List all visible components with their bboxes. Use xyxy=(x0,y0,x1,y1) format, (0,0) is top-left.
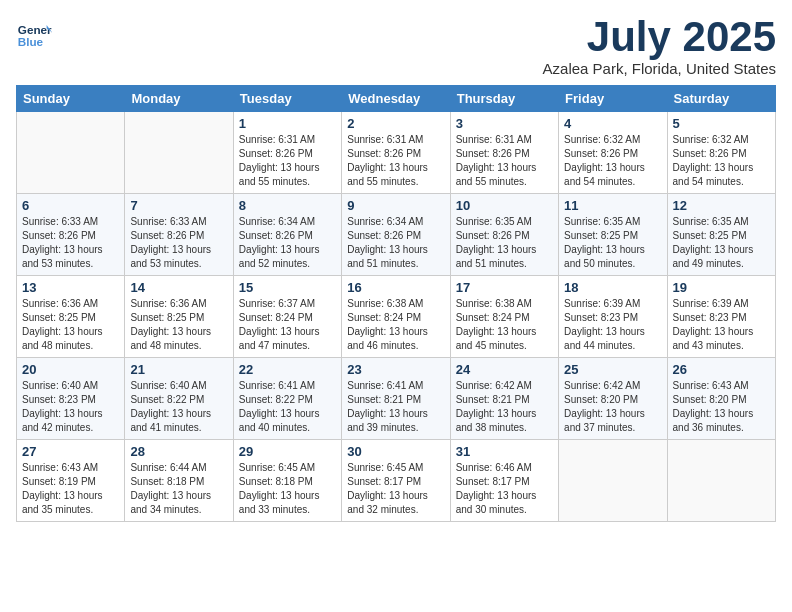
day-number: 29 xyxy=(239,444,336,459)
calendar-day-cell: 2Sunrise: 6:31 AMSunset: 8:26 PMDaylight… xyxy=(342,112,450,194)
calendar-day-cell: 1Sunrise: 6:31 AMSunset: 8:26 PMDaylight… xyxy=(233,112,341,194)
calendar-day-cell: 10Sunrise: 6:35 AMSunset: 8:26 PMDayligh… xyxy=(450,194,558,276)
day-number: 4 xyxy=(564,116,661,131)
day-number: 15 xyxy=(239,280,336,295)
weekday-header-cell: Saturday xyxy=(667,86,775,112)
calendar-day-cell: 14Sunrise: 6:36 AMSunset: 8:25 PMDayligh… xyxy=(125,276,233,358)
calendar-week-row: 6Sunrise: 6:33 AMSunset: 8:26 PMDaylight… xyxy=(17,194,776,276)
day-info: Sunrise: 6:32 AMSunset: 8:26 PMDaylight:… xyxy=(564,133,661,189)
day-number: 25 xyxy=(564,362,661,377)
calendar-day-cell xyxy=(125,112,233,194)
calendar-day-cell: 19Sunrise: 6:39 AMSunset: 8:23 PMDayligh… xyxy=(667,276,775,358)
day-number: 9 xyxy=(347,198,444,213)
day-info: Sunrise: 6:31 AMSunset: 8:26 PMDaylight:… xyxy=(347,133,444,189)
calendar-week-row: 20Sunrise: 6:40 AMSunset: 8:23 PMDayligh… xyxy=(17,358,776,440)
day-info: Sunrise: 6:43 AMSunset: 8:19 PMDaylight:… xyxy=(22,461,119,517)
calendar-week-row: 1Sunrise: 6:31 AMSunset: 8:26 PMDaylight… xyxy=(17,112,776,194)
calendar-day-cell: 15Sunrise: 6:37 AMSunset: 8:24 PMDayligh… xyxy=(233,276,341,358)
day-info: Sunrise: 6:42 AMSunset: 8:21 PMDaylight:… xyxy=(456,379,553,435)
weekday-header-cell: Friday xyxy=(559,86,667,112)
weekday-header-row: SundayMondayTuesdayWednesdayThursdayFrid… xyxy=(17,86,776,112)
calendar-day-cell: 17Sunrise: 6:38 AMSunset: 8:24 PMDayligh… xyxy=(450,276,558,358)
calendar-day-cell: 23Sunrise: 6:41 AMSunset: 8:21 PMDayligh… xyxy=(342,358,450,440)
calendar-day-cell: 12Sunrise: 6:35 AMSunset: 8:25 PMDayligh… xyxy=(667,194,775,276)
month-title: July 2025 xyxy=(543,16,776,58)
day-number: 10 xyxy=(456,198,553,213)
day-info: Sunrise: 6:38 AMSunset: 8:24 PMDaylight:… xyxy=(347,297,444,353)
logo-icon: General Blue xyxy=(16,16,52,52)
header: General Blue July 2025 Azalea Park, Flor… xyxy=(16,16,776,77)
day-number: 27 xyxy=(22,444,119,459)
day-info: Sunrise: 6:39 AMSunset: 8:23 PMDaylight:… xyxy=(673,297,770,353)
day-number: 26 xyxy=(673,362,770,377)
logo: General Blue xyxy=(16,16,52,52)
day-number: 14 xyxy=(130,280,227,295)
day-number: 13 xyxy=(22,280,119,295)
svg-text:Blue: Blue xyxy=(18,35,44,48)
day-info: Sunrise: 6:32 AMSunset: 8:26 PMDaylight:… xyxy=(673,133,770,189)
calendar-day-cell: 31Sunrise: 6:46 AMSunset: 8:17 PMDayligh… xyxy=(450,440,558,522)
calendar-day-cell: 16Sunrise: 6:38 AMSunset: 8:24 PMDayligh… xyxy=(342,276,450,358)
day-number: 22 xyxy=(239,362,336,377)
day-number: 7 xyxy=(130,198,227,213)
day-info: Sunrise: 6:35 AMSunset: 8:25 PMDaylight:… xyxy=(564,215,661,271)
calendar-day-cell: 25Sunrise: 6:42 AMSunset: 8:20 PMDayligh… xyxy=(559,358,667,440)
day-info: Sunrise: 6:36 AMSunset: 8:25 PMDaylight:… xyxy=(22,297,119,353)
day-info: Sunrise: 6:37 AMSunset: 8:24 PMDaylight:… xyxy=(239,297,336,353)
calendar-day-cell xyxy=(559,440,667,522)
weekday-header-cell: Monday xyxy=(125,86,233,112)
calendar-day-cell: 7Sunrise: 6:33 AMSunset: 8:26 PMDaylight… xyxy=(125,194,233,276)
day-number: 19 xyxy=(673,280,770,295)
calendar-day-cell xyxy=(17,112,125,194)
calendar-day-cell: 6Sunrise: 6:33 AMSunset: 8:26 PMDaylight… xyxy=(17,194,125,276)
calendar-day-cell xyxy=(667,440,775,522)
calendar-day-cell: 11Sunrise: 6:35 AMSunset: 8:25 PMDayligh… xyxy=(559,194,667,276)
day-number: 2 xyxy=(347,116,444,131)
day-number: 31 xyxy=(456,444,553,459)
day-number: 18 xyxy=(564,280,661,295)
day-info: Sunrise: 6:42 AMSunset: 8:20 PMDaylight:… xyxy=(564,379,661,435)
day-number: 17 xyxy=(456,280,553,295)
calendar-week-row: 27Sunrise: 6:43 AMSunset: 8:19 PMDayligh… xyxy=(17,440,776,522)
weekday-header-cell: Tuesday xyxy=(233,86,341,112)
weekday-header-cell: Wednesday xyxy=(342,86,450,112)
day-number: 1 xyxy=(239,116,336,131)
calendar-day-cell: 26Sunrise: 6:43 AMSunset: 8:20 PMDayligh… xyxy=(667,358,775,440)
day-info: Sunrise: 6:36 AMSunset: 8:25 PMDaylight:… xyxy=(130,297,227,353)
day-number: 23 xyxy=(347,362,444,377)
day-info: Sunrise: 6:38 AMSunset: 8:24 PMDaylight:… xyxy=(456,297,553,353)
day-info: Sunrise: 6:45 AMSunset: 8:17 PMDaylight:… xyxy=(347,461,444,517)
calendar-day-cell: 9Sunrise: 6:34 AMSunset: 8:26 PMDaylight… xyxy=(342,194,450,276)
day-info: Sunrise: 6:44 AMSunset: 8:18 PMDaylight:… xyxy=(130,461,227,517)
day-number: 21 xyxy=(130,362,227,377)
calendar-day-cell: 20Sunrise: 6:40 AMSunset: 8:23 PMDayligh… xyxy=(17,358,125,440)
day-number: 6 xyxy=(22,198,119,213)
day-number: 20 xyxy=(22,362,119,377)
day-info: Sunrise: 6:40 AMSunset: 8:22 PMDaylight:… xyxy=(130,379,227,435)
day-info: Sunrise: 6:46 AMSunset: 8:17 PMDaylight:… xyxy=(456,461,553,517)
calendar-table: SundayMondayTuesdayWednesdayThursdayFrid… xyxy=(16,85,776,522)
day-info: Sunrise: 6:31 AMSunset: 8:26 PMDaylight:… xyxy=(239,133,336,189)
calendar-day-cell: 4Sunrise: 6:32 AMSunset: 8:26 PMDaylight… xyxy=(559,112,667,194)
day-info: Sunrise: 6:35 AMSunset: 8:25 PMDaylight:… xyxy=(673,215,770,271)
calendar-day-cell: 8Sunrise: 6:34 AMSunset: 8:26 PMDaylight… xyxy=(233,194,341,276)
calendar-day-cell: 22Sunrise: 6:41 AMSunset: 8:22 PMDayligh… xyxy=(233,358,341,440)
day-info: Sunrise: 6:41 AMSunset: 8:21 PMDaylight:… xyxy=(347,379,444,435)
location-subtitle: Azalea Park, Florida, United States xyxy=(543,60,776,77)
day-info: Sunrise: 6:39 AMSunset: 8:23 PMDaylight:… xyxy=(564,297,661,353)
day-number: 5 xyxy=(673,116,770,131)
day-number: 3 xyxy=(456,116,553,131)
day-number: 24 xyxy=(456,362,553,377)
calendar-day-cell: 21Sunrise: 6:40 AMSunset: 8:22 PMDayligh… xyxy=(125,358,233,440)
day-info: Sunrise: 6:43 AMSunset: 8:20 PMDaylight:… xyxy=(673,379,770,435)
calendar-body: 1Sunrise: 6:31 AMSunset: 8:26 PMDaylight… xyxy=(17,112,776,522)
day-info: Sunrise: 6:34 AMSunset: 8:26 PMDaylight:… xyxy=(347,215,444,271)
weekday-header-cell: Thursday xyxy=(450,86,558,112)
weekday-header-cell: Sunday xyxy=(17,86,125,112)
day-info: Sunrise: 6:33 AMSunset: 8:26 PMDaylight:… xyxy=(130,215,227,271)
day-number: 12 xyxy=(673,198,770,213)
calendar-day-cell: 30Sunrise: 6:45 AMSunset: 8:17 PMDayligh… xyxy=(342,440,450,522)
day-info: Sunrise: 6:31 AMSunset: 8:26 PMDaylight:… xyxy=(456,133,553,189)
day-number: 11 xyxy=(564,198,661,213)
day-info: Sunrise: 6:33 AMSunset: 8:26 PMDaylight:… xyxy=(22,215,119,271)
